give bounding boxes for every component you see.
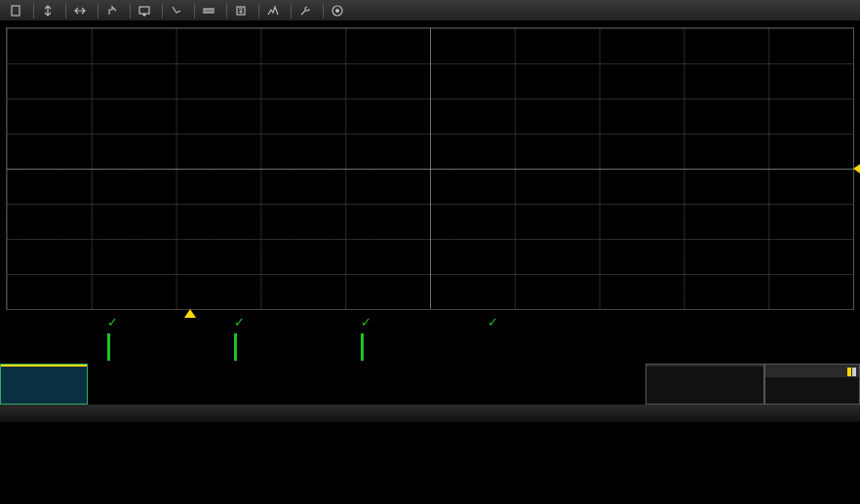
math-icon	[235, 5, 247, 17]
measure-histo-row	[6, 330, 854, 362]
histo-p4	[488, 331, 606, 361]
menu-bar	[0, 0, 860, 21]
svg-rect-0	[12, 6, 20, 16]
file-icon	[10, 5, 21, 17]
trigger-icon	[106, 5, 118, 17]
histo-p2	[234, 331, 353, 361]
display-icon	[138, 5, 150, 17]
waveform-display[interactable]	[6, 27, 854, 310]
trigger-descriptor[interactable]	[764, 364, 860, 405]
measurement-panel: ✓ ✓✓✓	[6, 312, 854, 362]
menu-display[interactable]	[131, 3, 162, 19]
trigger-position-marker[interactable]	[184, 309, 196, 318]
menu-vertical[interactable]	[34, 3, 65, 19]
menu-math[interactable]	[227, 3, 258, 19]
svg-point-5	[336, 9, 339, 12]
timebase-icon	[74, 5, 86, 17]
menu-file[interactable]	[2, 3, 33, 19]
timebase-descriptor[interactable]	[645, 364, 764, 405]
menu-analysis[interactable]	[259, 3, 291, 19]
svg-rect-1	[139, 7, 149, 14]
menu-timebase[interactable]	[66, 3, 98, 19]
utilities-icon	[299, 5, 311, 17]
measure-icon	[203, 5, 215, 17]
channel-descriptor-c1[interactable]	[0, 364, 88, 405]
histo-p1	[107, 331, 226, 361]
status-check-icon: ✓	[103, 314, 230, 330]
support-icon	[332, 5, 343, 17]
menu-utilities[interactable]	[292, 3, 323, 19]
brand-bar	[0, 405, 860, 422]
menu-cursors[interactable]	[163, 3, 194, 19]
vertical-icon	[42, 5, 54, 17]
menu-trigger[interactable]	[98, 3, 130, 19]
measure-status-row: ✓ ✓✓✓	[6, 314, 854, 330]
menu-measure[interactable]	[195, 3, 226, 19]
cursors-icon	[171, 5, 182, 17]
status-strip	[0, 364, 860, 405]
histo-p3	[361, 331, 480, 361]
menu-support[interactable]	[324, 3, 355, 19]
analysis-icon	[267, 5, 279, 17]
